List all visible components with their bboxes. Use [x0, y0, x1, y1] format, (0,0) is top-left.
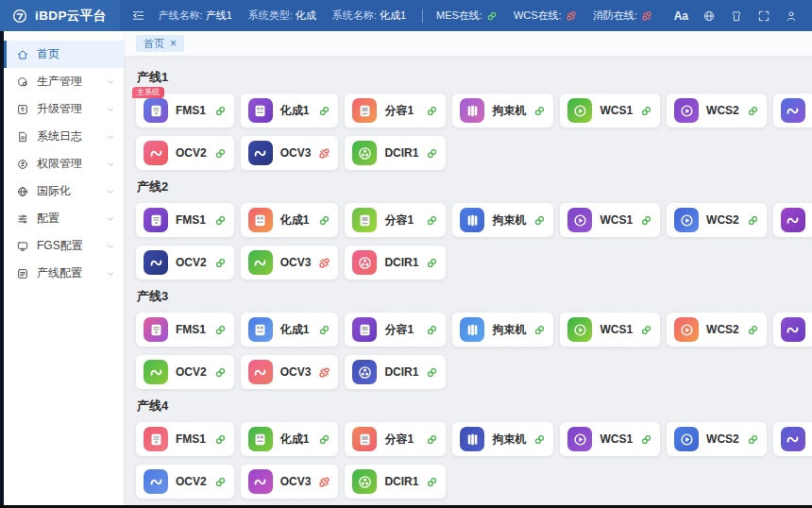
header-info-item: 产线名称:产线1	[159, 8, 232, 23]
system-card[interactable]: 拘束机	[452, 422, 553, 456]
system-card[interactable]: 拘束机	[452, 203, 553, 237]
system-card[interactable]: WCS2	[667, 203, 767, 237]
system-card[interactable]: OCV2	[136, 355, 234, 389]
system-card[interactable]: OCV3	[241, 355, 339, 389]
link-online-icon	[533, 105, 546, 117]
sidebar-item-production[interactable]: 生产管理	[4, 68, 124, 95]
link-online-icon	[640, 324, 652, 336]
sidebar-item-fgs[interactable]: FGS配置	[4, 232, 124, 260]
system-card[interactable]: WCS1	[560, 203, 660, 237]
system-card[interactable]: DCIR1	[345, 355, 446, 389]
language-icon[interactable]	[702, 9, 716, 23]
system-card[interactable]: OCV1	[773, 203, 812, 237]
sidebar-item-home[interactable]: 首页	[4, 41, 124, 68]
font-size-icon[interactable]: Aa	[674, 10, 688, 22]
sidebar-item-label: 生产管理	[37, 74, 82, 90]
system-card[interactable]: OCV3	[241, 136, 339, 170]
play-icon	[674, 208, 699, 232]
sidebar-collapse-icon[interactable]	[131, 8, 145, 23]
header-status-item: MES在线:	[436, 8, 498, 23]
system-card[interactable]: DCIR1	[345, 465, 446, 499]
app-window: iBDP云平台 产线名称:产线1系统类型:化成系统名称:化成1 MES在线:WC…	[0, 0, 812, 505]
sidebar-item-config[interactable]: 配置	[4, 205, 124, 232]
chevron-down-icon	[106, 269, 115, 279]
system-card[interactable]: 分容1	[345, 422, 446, 456]
system-card[interactable]: OCV3	[241, 246, 339, 279]
card-label: FMS1	[176, 213, 206, 227]
system-card[interactable]: FMS1	[136, 313, 234, 347]
system-card[interactable]: OCV3	[241, 465, 339, 499]
card-label: 分容1	[384, 432, 414, 448]
system-card[interactable]: 化成1	[241, 313, 339, 347]
sidebar-item-upgrade[interactable]: 升级管理	[4, 95, 124, 123]
system-card[interactable]: 分容1	[345, 313, 446, 347]
card-label: 分容1	[384, 322, 414, 338]
sidebar-item-i18n[interactable]: 国际化	[4, 178, 124, 205]
chevron-down-icon	[106, 105, 115, 114]
logo-block: iBDP云平台	[0, 0, 120, 31]
body-wrap: 首页生产管理升级管理系统日志权限管理国际化配置FGS配置产线配置 首页 × 产线…	[0, 31, 812, 505]
card-label: FMS1	[176, 104, 206, 117]
card-label: OCV3	[280, 365, 312, 379]
card-label: WCS2	[706, 432, 739, 446]
system-card[interactable]: WCS2	[667, 422, 767, 456]
system-card[interactable]: OCV1	[773, 313, 812, 347]
system-card[interactable]: FMS1主系统	[136, 93, 234, 127]
system-card[interactable]: FMS1	[136, 203, 234, 237]
system-card[interactable]: OCV1	[773, 422, 812, 456]
system-card[interactable]: OCV2	[136, 136, 234, 170]
machine-icon	[144, 317, 168, 342]
system-card[interactable]: 化成1	[241, 422, 339, 456]
link-online-icon	[747, 433, 759, 446]
syslog-icon	[16, 130, 29, 144]
header-info-item: 系统名称:化成1	[332, 8, 406, 23]
system-card[interactable]: 化成1	[241, 93, 339, 127]
play-icon	[567, 98, 592, 123]
play-icon	[567, 208, 592, 232]
system-card[interactable]: FMS1	[136, 422, 234, 456]
user-icon[interactable]	[785, 9, 798, 23]
system-card[interactable]: 分容1	[345, 93, 446, 127]
system-card[interactable]: DCIR1	[345, 246, 446, 279]
link-online-icon	[426, 147, 438, 160]
system-card[interactable]: OCV2	[136, 465, 234, 499]
globe-icon	[16, 185, 29, 198]
system-card[interactable]: OCV2	[136, 246, 234, 279]
sidebar-item-permission[interactable]: 权限管理	[4, 150, 124, 178]
system-card[interactable]: 化成1	[241, 203, 339, 237]
theme-icon[interactable]	[730, 9, 743, 23]
section-title: 产线4	[137, 398, 803, 415]
app-title: iBDP云平台	[35, 8, 107, 25]
sections: 产线1FMS1主系统化成1分容1拘束机WCS1WCS2OCV1OCV2OCV3D…	[124, 57, 812, 505]
sidebar-item-syslog[interactable]: 系统日志	[4, 123, 124, 150]
sidebar-item-lineconfig[interactable]: 产线配置	[4, 260, 124, 287]
fullscreen-icon[interactable]	[757, 9, 770, 23]
primary-system-badge: 主系统	[132, 87, 164, 98]
card-label: WCS1	[600, 432, 633, 446]
system-card[interactable]: WCS2	[667, 313, 767, 347]
sidebar-item-label: 升级管理	[37, 101, 82, 117]
system-card[interactable]: WCS1	[560, 422, 660, 456]
sidebar: 首页生产管理升级管理系统日志权限管理国际化配置FGS配置产线配置	[4, 31, 124, 505]
system-card[interactable]: OCV1	[773, 93, 812, 127]
system-card[interactable]: WCS1	[560, 93, 660, 127]
link-online-icon	[214, 147, 227, 160]
chevron-down-icon	[106, 214, 115, 224]
system-card[interactable]: WCS1	[560, 313, 660, 347]
link-online-icon	[426, 257, 438, 269]
sidebar-item-label: 产线配置	[37, 265, 82, 281]
card-label: 化成1	[280, 322, 310, 338]
card-label: OCV3	[280, 146, 312, 160]
card-label: 分容1	[384, 103, 414, 119]
system-card[interactable]: DCIR1	[345, 136, 446, 170]
card-label: OCV3	[280, 475, 312, 488]
system-card[interactable]: 拘束机	[452, 93, 553, 127]
tab-close-icon[interactable]: ×	[170, 38, 177, 49]
link-online-icon	[533, 433, 546, 446]
card-label: 拘束机	[492, 432, 526, 448]
system-card[interactable]: WCS2	[667, 93, 767, 127]
system-card[interactable]: 拘束机	[452, 313, 553, 347]
system-card[interactable]: 分容1	[345, 203, 446, 237]
tab-home[interactable]: 首页 ×	[136, 35, 184, 52]
card-label: WCS1	[600, 323, 633, 336]
